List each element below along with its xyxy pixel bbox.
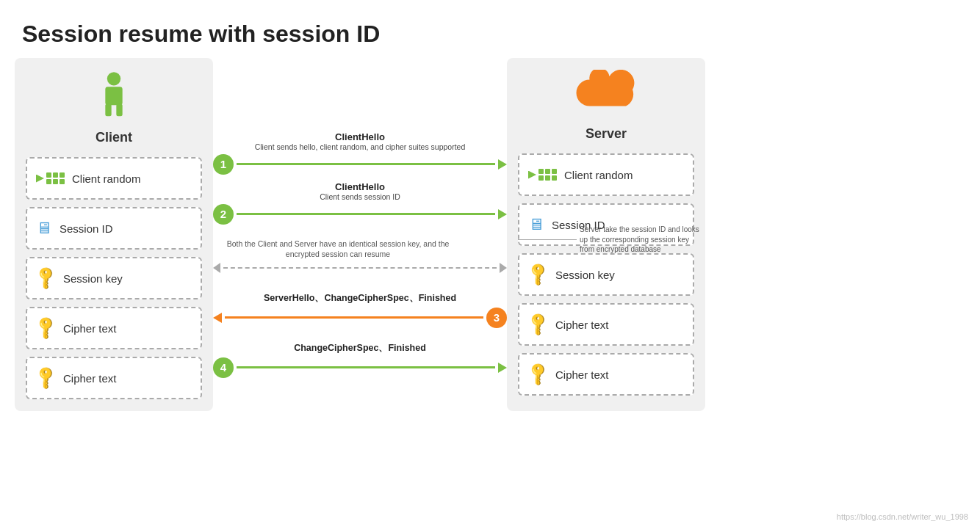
- svg-rect-3: [116, 104, 122, 117]
- key-icon-srvc2: 🔑: [525, 360, 552, 388]
- server-clientrandom-label: Client random: [564, 169, 633, 181]
- arrow5-title: ChangeCipherSpec、Finished: [213, 342, 507, 355]
- key-icon-srv: 🔑: [525, 261, 552, 288]
- circle-1: 1: [213, 154, 234, 175]
- arrow4-line: 3: [213, 308, 507, 328]
- arrow-block-4: ServerHello、ChangeCipherSpec、Finished 3: [213, 288, 507, 331]
- green-dot-icon-srv: [528, 169, 557, 181]
- arrow5-label: ChangeCipherSpec、Finished: [213, 342, 507, 355]
- client-random-label: Client random: [72, 172, 140, 185]
- server-ciphertext2-label: Cipher text: [555, 368, 609, 381]
- circle-3: 3: [486, 308, 507, 328]
- circle-4: 4: [213, 357, 234, 378]
- green-dot-icon: [36, 172, 65, 184]
- arrow2-line: 2: [213, 204, 507, 225]
- arrow4-label: ServerHello、ChangeCipherSpec、Finished: [213, 292, 507, 305]
- key-icon-srvc1: 🔑: [525, 310, 552, 338]
- watermark: https://blog.csdn.net/writer_wu_1998: [837, 512, 968, 521]
- arrow2-title: ClientHello: [213, 181, 507, 192]
- server-ciphertext1-label: Cipher text: [555, 319, 609, 331]
- server-sessionid-wrapper: 🖥 Session ID Server take the session ID …: [518, 203, 694, 246]
- client-random-box: Client random: [26, 157, 202, 200]
- arrow3-line: [213, 263, 507, 273]
- key-icon-client: 🔑: [32, 264, 60, 291]
- server-panel: Server Client random 🖥 Session ID: [507, 58, 705, 411]
- diagram-area: Client Client random 🖥 Session ID: [0, 58, 980, 411]
- arrow5-segment: [237, 366, 495, 368]
- monitor-icon: 🖥: [36, 219, 52, 238]
- client-ciphertext1-label: Cipher text: [63, 322, 117, 335]
- arrow3-label: Both the Client and Server have an ident…: [213, 239, 507, 259]
- arrow2-label: ClientHello Client sends session ID: [213, 181, 507, 201]
- client-ciphertext2-label: Cipher text: [63, 372, 117, 385]
- client-sessionid-box: 🖥 Session ID: [26, 207, 202, 250]
- arrow1-subtitle: Client sends hello, client random, and c…: [213, 142, 507, 151]
- arrow-block-3: Both the Client and Server have an ident…: [213, 231, 507, 281]
- arrow-block-5: ChangeCipherSpec、Finished 4: [213, 338, 507, 381]
- server-ciphertext1-box: 🔑 Cipher text: [518, 303, 694, 346]
- client-ciphertext2-box: 🔑 Cipher text: [26, 357, 202, 399]
- key-icon-cipher2: 🔑: [32, 364, 60, 391]
- arrow3-segment: [223, 267, 497, 269]
- arrow3-head-left: [213, 263, 220, 273]
- client-sessionid-label: Session ID: [60, 222, 113, 235]
- key-icon-cipher1: 🔑: [32, 314, 60, 341]
- arrow3-head-right: [500, 263, 507, 273]
- arrow5-head: [498, 363, 507, 373]
- arrow4-head: [213, 313, 222, 323]
- arrow3-subtitle: Both the Client and Server have an ident…: [213, 239, 463, 259]
- server-label: Server: [586, 126, 627, 142]
- arrow2-subtitle: Client sends session ID: [213, 192, 507, 201]
- server-cloud-icon: [573, 70, 639, 116]
- svg-rect-1: [105, 87, 122, 105]
- client-ciphertext1-box: 🔑 Cipher text: [26, 307, 202, 349]
- arrow4-segment: [225, 316, 483, 319]
- arrow1-title: ClientHello: [213, 131, 507, 142]
- server-sessionkey-box: 🔑 Session key: [518, 253, 694, 296]
- circle-2: 2: [213, 204, 234, 225]
- note-line: [518, 239, 577, 240]
- client-person-icon: [96, 70, 132, 120]
- server-note-connector: Server take the session ID and looks up …: [518, 225, 705, 255]
- arrow4-title: ServerHello、ChangeCipherSpec、Finished: [213, 292, 507, 305]
- svg-rect-2: [105, 104, 111, 117]
- arrow1-head: [498, 159, 507, 170]
- arrow1-segment: [237, 163, 495, 165]
- arrows-column: ClientHello Client sends hello, client r…: [213, 58, 507, 411]
- arrow2-segment: [237, 213, 495, 215]
- arrow-block-1: ClientHello Client sends hello, client r…: [213, 131, 507, 174]
- arrow5-line: 4: [213, 357, 507, 378]
- server-ciphertext2-box: 🔑 Cipher text: [518, 353, 694, 396]
- client-panel: Client Client random 🖥 Session ID: [15, 58, 213, 411]
- page-title: Session resume with session ID: [0, 0, 980, 48]
- arrow1-label: ClientHello Client sends hello, client r…: [213, 131, 507, 151]
- server-sessionkey-label: Session key: [555, 269, 615, 281]
- client-sessionkey-box: 🔑 Session key: [26, 257, 202, 299]
- arrow-block-2: ClientHello Client sends session ID 2: [213, 181, 507, 224]
- client-sessionkey-label: Session key: [63, 272, 123, 285]
- server-clientrandom-box: Client random: [518, 153, 694, 196]
- svg-point-0: [107, 72, 120, 85]
- arrow1-line: 1: [213, 154, 507, 175]
- server-note-text: Server take the session ID and looks up …: [580, 225, 705, 255]
- arrow2-head: [498, 209, 507, 219]
- client-label: Client: [96, 130, 132, 145]
